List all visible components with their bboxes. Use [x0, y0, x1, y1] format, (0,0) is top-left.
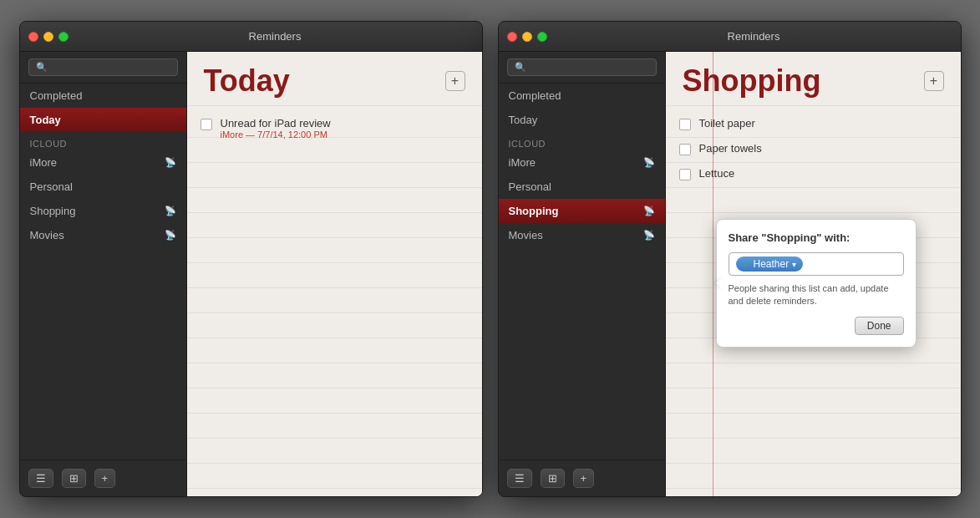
titlebar-2: Reminders	[499, 22, 961, 52]
sidebar-item-label: Completed	[30, 89, 83, 102]
sidebar-item-today-2[interactable]: Today	[499, 108, 665, 132]
minimize-button-2[interactable]	[522, 32, 532, 42]
sidebar-item-shopping-2[interactable]: Shopping 📡	[499, 199, 665, 223]
sidebar-footer-1: ☰ ⊞ +	[20, 460, 186, 496]
sidebar-item-label: Shopping	[30, 205, 76, 217]
close-button-1[interactable]	[28, 32, 38, 42]
add-reminder-button-2[interactable]: +	[924, 71, 944, 91]
sidebar-item-label: Completed	[509, 89, 561, 102]
reminder-item[interactable]: Toilet paper	[666, 113, 961, 138]
sidebar-item-label: Movies	[509, 229, 543, 241]
sidebar-item-label: Personal	[30, 180, 73, 193]
reminder-item[interactable]: Lettuce	[666, 163, 961, 188]
sidebar-item-label: Today	[509, 114, 538, 126]
sidebar-2: 🔍 Completed Today iCloud iMore �	[499, 52, 666, 496]
sidebar-item-imore-1[interactable]: iMore 📡	[20, 150, 186, 175]
share-popup-title: Share "Shopping" with:	[729, 231, 904, 244]
reminder-subtitle: iMore — 7/7/14, 12:00 PM	[221, 130, 469, 140]
list-title-1: Today	[204, 63, 290, 99]
reminder-title: Lettuce	[699, 167, 735, 180]
rss-icon: 📡	[643, 157, 655, 168]
search-icon-1: 🔍	[36, 62, 48, 73]
sidebar-list-1: Completed Today iCloud iMore 📡 Personal	[20, 84, 186, 460]
sidebar-item-today-1[interactable]: Today	[20, 108, 186, 132]
reminder-title: Unread for iPad review	[221, 117, 469, 130]
reminder-title: Toilet paper	[699, 117, 755, 130]
share-input[interactable]: ✓ Heather ▾	[729, 252, 904, 276]
sidebar-section-icloud-2: iCloud	[499, 135, 665, 150]
calendar-icon-button-1[interactable]: ☰	[28, 469, 53, 488]
calendar-icon-button-2[interactable]: ☰	[507, 469, 532, 488]
search-box-2[interactable]: 🔍	[507, 58, 657, 76]
window-today: Reminders 🔍 Completed Today	[19, 21, 483, 497]
sidebar-item-label: Personal	[509, 180, 551, 193]
maximize-button-2[interactable]	[537, 32, 547, 42]
reminder-checkbox[interactable]	[679, 119, 691, 130]
search-area-2: 🔍	[499, 52, 665, 84]
reminder-item[interactable]: Paper towels	[666, 138, 961, 163]
sidebar-item-label: Today	[30, 114, 61, 126]
sidebar-item-completed-2[interactable]: Completed	[499, 84, 665, 108]
lined-paper-1: Unread for iPad review iMore — 7/7/14, 1…	[187, 106, 482, 496]
grid-icon-button-2[interactable]: ⊞	[541, 469, 565, 488]
close-button-2[interactable]	[507, 32, 517, 42]
reminder-text-block: Unread for iPad review iMore — 7/7/14, 1…	[221, 117, 469, 140]
sidebar-section-icloud-1: iCloud	[20, 135, 186, 150]
check-icon: ✓	[743, 259, 750, 270]
heather-tag[interactable]: ✓ Heather ▾	[736, 256, 804, 272]
rss-icon: 📡	[165, 157, 176, 168]
red-margin-line	[713, 52, 713, 496]
reminder-title: Paper towels	[699, 142, 762, 155]
sidebar-item-label: iMore	[509, 156, 536, 169]
main-content-2: Shopping + Toilet paper Paper towels Let…	[666, 52, 961, 496]
traffic-lights-2	[507, 32, 547, 42]
minimize-button-1[interactable]	[43, 32, 53, 42]
sidebar-item-personal-1[interactable]: Personal	[20, 175, 186, 199]
window-shopping: Reminders 🔍 Completed Today	[498, 21, 962, 497]
window-body-1: 🔍 Completed Today iCloud iMore �	[20, 52, 482, 496]
window-title-2: Reminders	[556, 30, 952, 43]
sidebar-item-movies-2[interactable]: Movies 📡	[499, 223, 665, 247]
search-box-1[interactable]: 🔍	[28, 58, 178, 76]
sidebar-1: 🔍 Completed Today iCloud iMore �	[20, 52, 187, 496]
search-icon-2: 🔍	[515, 62, 526, 73]
add-list-button-1[interactable]: +	[94, 469, 116, 488]
maximize-button-1[interactable]	[58, 32, 69, 42]
add-list-button-2[interactable]: +	[573, 469, 595, 488]
reminder-checkbox[interactable]	[201, 119, 212, 130]
titlebar-1: Reminders	[20, 22, 482, 52]
heather-label: Heather	[754, 258, 790, 270]
chevron-down-icon: ▾	[792, 260, 796, 269]
add-reminder-button-1[interactable]: +	[445, 71, 465, 91]
grid-icon-button-1[interactable]: ⊞	[62, 469, 86, 488]
rss-icon: 📡	[165, 230, 176, 241]
sidebar-footer-2: ☰ ⊞ +	[499, 460, 665, 496]
share-note: People sharing this list can add, update…	[729, 282, 904, 308]
main-header-1: Today +	[187, 52, 482, 106]
rss-icon: 📡	[643, 206, 655, 216]
list-title-2: Shopping	[683, 63, 821, 99]
search-area-1: 🔍	[20, 52, 186, 84]
window-body-2: 🔍 Completed Today iCloud iMore �	[499, 52, 961, 496]
done-button[interactable]: Done	[855, 317, 904, 335]
reminder-checkbox[interactable]	[679, 169, 691, 180]
sidebar-item-label: iMore	[30, 156, 58, 169]
share-popup: Share "Shopping" with: ✓ Heather ▾ Peopl…	[716, 219, 917, 348]
sidebar-list-2: Completed Today iCloud iMore 📡 Personal	[499, 84, 665, 460]
rss-icon: 📡	[643, 230, 655, 241]
sidebar-item-personal-2[interactable]: Personal	[499, 175, 665, 199]
sidebar-item-label: Shopping	[509, 205, 559, 217]
window-title-1: Reminders	[77, 30, 474, 43]
rss-icon: 📡	[165, 206, 176, 216]
sidebar-item-completed-1[interactable]: Completed	[20, 84, 186, 108]
reminder-item[interactable]: Unread for iPad review iMore — 7/7/14, 1…	[187, 113, 482, 138]
main-header-2: Shopping +	[666, 52, 961, 106]
popup-footer: Done	[729, 317, 904, 335]
traffic-lights-1	[28, 32, 69, 42]
main-content-1: Today + Unread for iPad review iMore — 7…	[187, 52, 482, 496]
sidebar-item-imore-2[interactable]: iMore 📡	[499, 150, 665, 175]
reminder-checkbox[interactable]	[679, 144, 691, 155]
sidebar-item-shopping-1[interactable]: Shopping 📡	[20, 199, 186, 223]
sidebar-item-label: Movies	[30, 229, 64, 241]
sidebar-item-movies-1[interactable]: Movies 📡	[20, 223, 186, 247]
